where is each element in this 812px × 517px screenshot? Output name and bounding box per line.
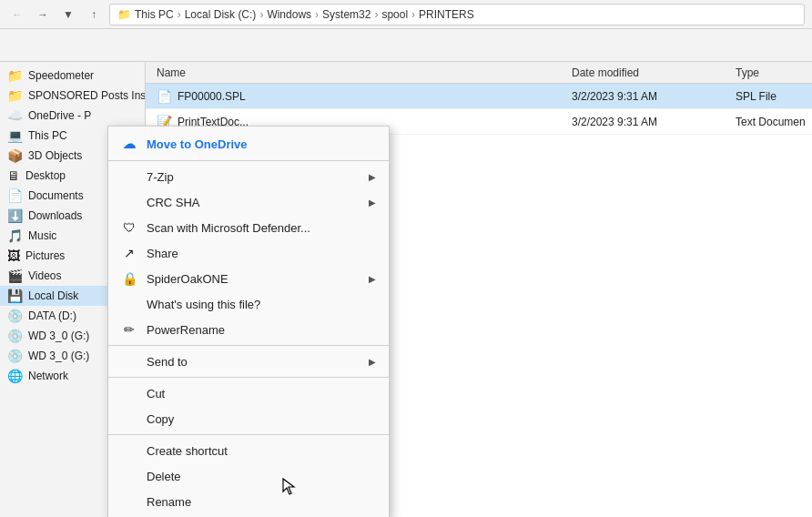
pictures-icon: 🖼 <box>7 248 20 263</box>
ctx-delete[interactable]: Delete <box>108 463 389 489</box>
ctx-create-shortcut[interactable]: Create shortcut <box>108 438 389 463</box>
ctx-sep-2 <box>108 345 389 346</box>
ctx-icon-7zip <box>121 168 137 185</box>
breadcrumb-this-pc[interactable]: This PC <box>135 8 174 21</box>
sidebar-label-music: Music <box>28 229 56 242</box>
ctx-arrow-spideroak: ▶ <box>369 274 376 284</box>
breadcrumb-spool[interactable]: spool <box>381 8 408 21</box>
sidebar-label-pictures: Pictures <box>25 249 65 262</box>
sidebar-label-speedometer: Speedometer <box>28 69 94 82</box>
ctx-sep-4 <box>108 434 389 435</box>
folder-icon: 📁 <box>7 88 23 103</box>
3d-objects-icon: 📦 <box>7 148 23 163</box>
ctx-icon-copy <box>121 411 137 427</box>
toolbar <box>0 29 812 62</box>
wd-g1-icon: 💿 <box>7 329 23 343</box>
spl-file-icon: 📄 <box>157 89 172 104</box>
column-headers: Name Date modified Type <box>146 62 812 84</box>
ctx-label-crc: CRC SHA <box>147 196 360 209</box>
ctx-move-to-onedrive[interactable]: ☁ Move to OneDrive <box>108 130 389 157</box>
downloads-icon: ⬇️ <box>7 208 23 223</box>
sidebar-label-this-pc: This PC <box>28 129 67 142</box>
breadcrumb-printers[interactable]: PRINTERS <box>419 8 474 21</box>
sidebar-label-onedrive: OneDrive - P <box>28 109 91 122</box>
ctx-label-move-to-onedrive: Move to OneDrive <box>147 137 376 151</box>
ctx-copy[interactable]: Copy <box>108 406 389 431</box>
file-row-spl[interactable]: 📄 FP00000.SPL 3/2/2023 9:31 AM SPL File <box>146 84 812 109</box>
videos-icon: 🎬 <box>7 269 23 283</box>
ctx-send-to[interactable]: Send to ▶ <box>108 349 389 374</box>
folder-icon-address: 📁 <box>117 8 131 21</box>
ctx-cut[interactable]: Cut <box>108 380 389 406</box>
ctx-icon-delete <box>121 468 137 484</box>
ctx-crc-sha[interactable]: CRC SHA ▶ <box>108 189 389 215</box>
wd-g2-icon: 💿 <box>7 349 23 363</box>
ctx-label-spideroak: SpiderOakONE <box>147 272 360 286</box>
explorer-window: ← → ▼ ↑ 📁 This PC › Local Disk (C:) › Wi… <box>0 0 812 517</box>
sidebar-label-documents: Documents <box>28 189 84 202</box>
ctx-icon-share: ↗ <box>121 245 137 261</box>
ctx-label-send-to: Send to <box>147 355 360 369</box>
ctx-label-rename: Rename <box>147 495 376 509</box>
ctx-icon-powerrename: ✏ <box>121 321 137 338</box>
file-name-spl: 📄 FP00000.SPL <box>153 89 568 104</box>
context-menu: ☁ Move to OneDrive 7-Zip ▶ CRC SHA ▶ 🛡 S… <box>107 126 390 517</box>
ctx-arrow-7zip: ▶ <box>369 172 376 182</box>
onedrive-ctx-icon: ☁ <box>121 136 137 152</box>
title-bar: ← → ▼ ↑ 📁 This PC › Local Disk (C:) › Wi… <box>0 0 812 29</box>
recent-button[interactable]: ▼ <box>58 5 78 25</box>
ctx-icon-crc <box>121 194 137 210</box>
ctx-rename[interactable]: Rename <box>108 489 389 514</box>
col-header-name[interactable]: Name <box>153 66 568 79</box>
sidebar-label-desktop: Desktop <box>25 169 66 182</box>
ctx-share[interactable]: ↗ Share <box>108 240 389 266</box>
breadcrumb-system32[interactable]: System32 <box>322 8 370 21</box>
sidebar-label-sponsored: SPONSORED Posts Instagram Ta... <box>28 89 145 102</box>
up-button[interactable]: ↑ <box>84 5 104 25</box>
ctx-sep-3 <box>108 377 389 378</box>
sidebar-item-onedrive[interactable]: ☁️ OneDrive - P <box>0 106 145 126</box>
ctx-whats-using[interactable]: What's using this file? <box>108 291 389 317</box>
sidebar-label-data-d: DATA (D:) <box>28 309 76 322</box>
ctx-icon-cut <box>121 385 137 401</box>
ctx-icon-whats-using <box>121 296 137 312</box>
folder-icon: 📁 <box>7 68 23 83</box>
ctx-spideroakone[interactable]: 🔒 SpiderOakONE ▶ <box>108 266 389 291</box>
ctx-label-7zip: 7-Zip <box>147 170 360 184</box>
back-button[interactable]: ← <box>7 5 27 25</box>
desktop-icon: 🖥 <box>7 168 20 183</box>
ctx-label-defender: Scan with Microsoft Defender... <box>147 221 376 235</box>
this-pc-icon: 💻 <box>7 128 23 143</box>
ctx-label-share: Share <box>147 247 376 260</box>
ctx-label-delete: Delete <box>147 470 376 483</box>
sidebar-label-network: Network <box>28 370 68 382</box>
breadcrumb-localdisk[interactable]: Local Disk (C:) <box>185 8 257 21</box>
ctx-label-shortcut: Create shortcut <box>147 444 376 458</box>
sidebar-item-speedometer[interactable]: 📁 Speedometer <box>0 66 145 86</box>
onedrive-icon: ☁️ <box>7 108 23 123</box>
forward-button[interactable]: → <box>33 5 53 25</box>
ctx-arrow-send-to: ▶ <box>369 357 376 367</box>
ctx-icon-rename <box>121 493 137 510</box>
ctx-arrow-crc: ▶ <box>369 198 376 208</box>
ctx-label-powerrename: PowerRename <box>147 323 376 337</box>
ctx-scan-defender[interactable]: 🛡 Scan with Microsoft Defender... <box>108 215 389 240</box>
sidebar-label-3d-objects: 3D Objects <box>28 149 82 162</box>
ctx-label-whats-using: What's using this file? <box>147 298 376 311</box>
breadcrumb-windows[interactable]: Windows <box>267 8 311 21</box>
file-date-txt: 3/2/2023 9:31 AM <box>568 116 732 128</box>
sidebar-item-sponsored[interactable]: 📁 SPONSORED Posts Instagram Ta... <box>0 86 145 106</box>
address-bar[interactable]: 📁 This PC › Local Disk (C:) › Windows › … <box>109 4 805 25</box>
ctx-powerrename[interactable]: ✏ PowerRename <box>108 317 389 342</box>
col-header-date[interactable]: Date modified <box>568 66 732 79</box>
ctx-icon-defender: 🛡 <box>121 219 137 236</box>
ctx-icon-send-to <box>121 353 137 370</box>
file-type-spl: SPL File <box>732 90 805 103</box>
network-icon: 🌐 <box>7 369 23 383</box>
col-header-type[interactable]: Type <box>732 66 805 79</box>
sidebar-label-wd-g1: WD 3_0 (G:) <box>28 329 89 342</box>
local-disk-icon: 💾 <box>7 289 23 303</box>
file-date-spl: 3/2/2023 9:31 AM <box>568 90 732 103</box>
ctx-label-copy: Copy <box>147 412 376 426</box>
ctx-7zip[interactable]: 7-Zip ▶ <box>108 164 389 189</box>
